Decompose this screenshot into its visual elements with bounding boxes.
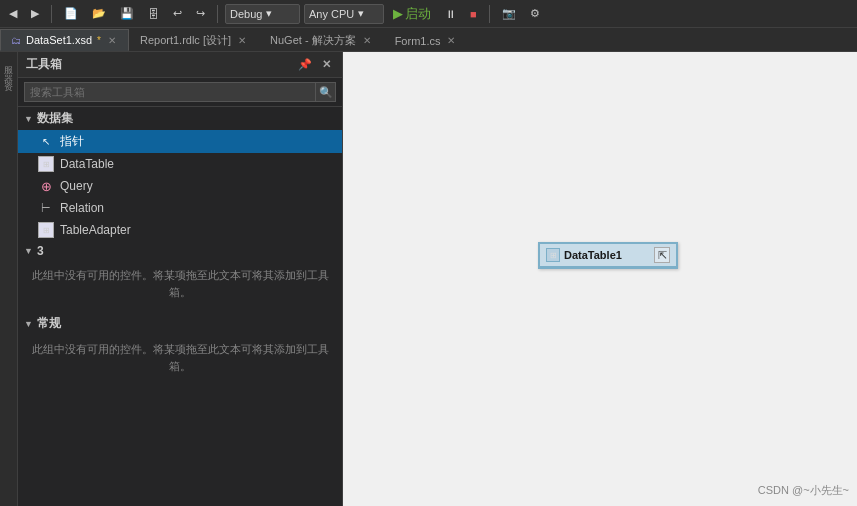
start-btn[interactable]: ▶ 启动 <box>388 3 436 25</box>
datatable-collapse-btn[interactable]: ⇱ <box>654 247 670 263</box>
open-file-btn[interactable]: 📂 <box>87 5 111 22</box>
tableadapter-icon: ⊞ <box>38 222 54 238</box>
group-arrow-shujuji: ▼ <box>24 114 33 124</box>
debug-dropdown[interactable]: Debug ▾ <box>225 4 300 24</box>
tab-dataset1-icon: 🗂 <box>11 35 21 46</box>
toolbox-header: 工具箱 📌 ✕ <box>18 52 342 78</box>
watermark: CSDN @~小先生~ <box>758 483 849 498</box>
group-name-changgui: 常规 <box>37 315 61 332</box>
search-icon[interactable]: 🔍 <box>316 82 336 102</box>
tool-label-tableadapter: TableAdapter <box>60 223 131 237</box>
redo-btn[interactable]: ↪ <box>191 5 210 22</box>
main-toolbar: ◀ ▶ 📄 📂 💾 🗄 ↩ ↪ Debug ▾ Any CPU ▾ ▶ 启动 ⏸… <box>0 0 857 28</box>
group-arrow-3: ▼ <box>24 246 33 256</box>
tab-dataset1[interactable]: 🗂 DataSet1.xsd * ✕ <box>0 29 129 51</box>
stop-btn[interactable]: ■ <box>465 6 482 22</box>
relation-icon: ⊢ <box>38 200 54 216</box>
tab-nuget[interactable]: NuGet - 解决方案 ✕ <box>259 29 384 51</box>
datatable-icon: ⊞ <box>38 156 54 172</box>
tab-form1-close[interactable]: ✕ <box>445 34 457 47</box>
tool-item-tableadapter[interactable]: ⊞ TableAdapter <box>18 219 342 241</box>
sidebar-icon-3[interactable]: 资 <box>0 72 17 78</box>
nav-fwd-btn[interactable]: ▶ <box>26 5 44 22</box>
tab-nuget-close[interactable]: ✕ <box>361 34 373 47</box>
group-3-no-items: 此组中没有可用的控件。将某项拖至此文本可将其添加到工具箱。 <box>18 261 342 312</box>
cpu-label: Any CPU <box>309 8 354 20</box>
toolbox-search-bar: 🔍 <box>18 78 342 107</box>
pin-icon[interactable]: 📌 <box>295 57 315 72</box>
group-header-3[interactable]: ▼ 3 <box>18 241 342 261</box>
canvas-area[interactable]: ⊞ DataTable1 ⇱ CSDN @~小先生~ <box>343 52 857 506</box>
save-all-btn[interactable]: 🗄 <box>143 6 164 22</box>
save-btn[interactable]: 💾 <box>115 5 139 22</box>
tool-item-query[interactable]: ⊕ Query <box>18 175 342 197</box>
tool-label-datatable: DataTable <box>60 157 114 171</box>
toolbar-sep-1 <box>51 5 52 23</box>
datatable-title: DataTable1 <box>564 249 622 261</box>
new-file-btn[interactable]: 📄 <box>59 5 83 22</box>
debug-arrow: ▾ <box>266 7 272 20</box>
tab-report1-label: Report1.rdlc [设计] <box>140 33 231 48</box>
close-icon[interactable]: ✕ <box>319 57 334 72</box>
tool-label-query: Query <box>60 179 93 193</box>
tool-label-relation: Relation <box>60 201 104 215</box>
cpu-arrow: ▾ <box>358 7 364 20</box>
toolbox-header-icons: 📌 ✕ <box>295 57 334 72</box>
tab-form1[interactable]: Form1.cs ✕ <box>384 29 469 51</box>
sidebar-icon-1[interactable]: 服 <box>0 56 17 62</box>
tab-report1[interactable]: Report1.rdlc [设计] ✕ <box>129 29 259 51</box>
group-arrow-changgui: ▼ <box>24 319 33 329</box>
datatable-component-icon: ⊞ <box>546 248 560 262</box>
datatable-header: ⊞ DataTable1 ⇱ <box>540 244 676 267</box>
tab-dataset1-close[interactable]: ✕ <box>106 34 118 47</box>
undo-btn[interactable]: ↩ <box>168 5 187 22</box>
query-icon: ⊕ <box>38 178 54 194</box>
start-label: 启动 <box>405 5 431 23</box>
tab-nuget-label: NuGet - 解决方案 <box>270 33 356 48</box>
main-area: 服 器 资 工具箱 📌 ✕ 🔍 ▼ 数据集 ↖ 指针 <box>0 52 857 506</box>
group-changgui-no-items: 此组中没有可用的控件。将某项拖至此文本可将其添加到工具箱。 <box>18 335 342 386</box>
tab-form1-label: Form1.cs <box>395 35 441 47</box>
debug-label: Debug <box>230 8 262 20</box>
tab-bar: 🗂 DataSet1.xsd * ✕ Report1.rdlc [设计] ✕ N… <box>0 28 857 52</box>
datatable-header-left: ⊞ DataTable1 <box>546 248 622 262</box>
toolbox-title: 工具箱 <box>26 56 62 73</box>
tab-report1-close[interactable]: ✕ <box>236 34 248 47</box>
cursor-icon: ↖ <box>38 134 54 150</box>
toolbar-sep-3 <box>489 5 490 23</box>
datatable-component[interactable]: ⊞ DataTable1 ⇱ <box>538 242 678 269</box>
pause-btn[interactable]: ⏸ <box>440 6 461 22</box>
tool-item-relation[interactable]: ⊢ Relation <box>18 197 342 219</box>
camera-btn[interactable]: 📷 <box>497 5 521 22</box>
tool-item-pointer[interactable]: ↖ 指针 <box>18 130 342 153</box>
toolbox-content: ▼ 数据集 ↖ 指针 ⊞ DataTable ⊕ Query ⊢ Relatio… <box>18 107 342 506</box>
group-header-shujuji[interactable]: ▼ 数据集 <box>18 107 342 130</box>
search-input[interactable] <box>24 82 316 102</box>
tool-item-datatable[interactable]: ⊞ DataTable <box>18 153 342 175</box>
group-name-shujuji: 数据集 <box>37 110 73 127</box>
left-sidebar: 服 器 资 <box>0 52 18 506</box>
toolbox-panel: 工具箱 📌 ✕ 🔍 ▼ 数据集 ↖ 指针 ⊞ DataTable <box>18 52 343 506</box>
group-header-changgui[interactable]: ▼ 常规 <box>18 312 342 335</box>
tab-dataset1-label: DataSet1.xsd <box>26 34 92 46</box>
tab-dataset1-modified: * <box>97 35 101 46</box>
cpu-dropdown[interactable]: Any CPU ▾ <box>304 4 384 24</box>
toolbar-sep-2 <box>217 5 218 23</box>
tool-label-pointer: 指针 <box>60 133 84 150</box>
settings-btn[interactable]: ⚙ <box>525 5 545 22</box>
sidebar-icon-2[interactable]: 器 <box>0 64 17 70</box>
group-name-3: 3 <box>37 244 44 258</box>
nav-back-btn[interactable]: ◀ <box>4 5 22 22</box>
